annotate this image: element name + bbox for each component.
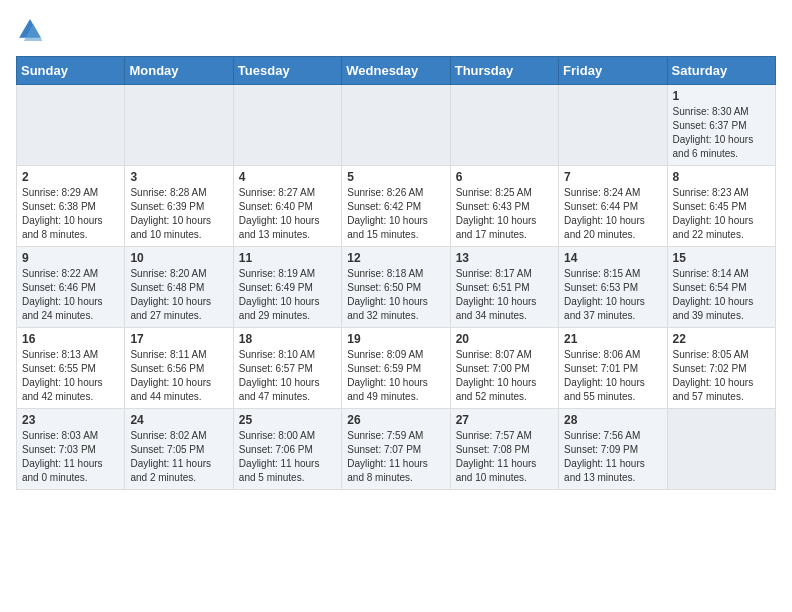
header-monday: Monday [125,57,233,85]
header-thursday: Thursday [450,57,558,85]
calendar-cell: 2Sunrise: 8:29 AM Sunset: 6:38 PM Daylig… [17,166,125,247]
calendar-cell: 11Sunrise: 8:19 AM Sunset: 6:49 PM Dayli… [233,247,341,328]
day-number: 11 [239,251,336,265]
calendar-cell: 22Sunrise: 8:05 AM Sunset: 7:02 PM Dayli… [667,328,775,409]
calendar-cell: 25Sunrise: 8:00 AM Sunset: 7:06 PM Dayli… [233,409,341,490]
day-number: 14 [564,251,661,265]
day-number: 17 [130,332,227,346]
day-number: 8 [673,170,770,184]
header-wednesday: Wednesday [342,57,450,85]
calendar-cell: 5Sunrise: 8:26 AM Sunset: 6:42 PM Daylig… [342,166,450,247]
day-info: Sunrise: 8:23 AM Sunset: 6:45 PM Dayligh… [673,186,770,242]
day-info: Sunrise: 8:07 AM Sunset: 7:00 PM Dayligh… [456,348,553,404]
calendar-cell [342,85,450,166]
calendar-cell: 15Sunrise: 8:14 AM Sunset: 6:54 PM Dayli… [667,247,775,328]
day-info: Sunrise: 7:56 AM Sunset: 7:09 PM Dayligh… [564,429,661,485]
day-info: Sunrise: 8:20 AM Sunset: 6:48 PM Dayligh… [130,267,227,323]
day-info: Sunrise: 8:15 AM Sunset: 6:53 PM Dayligh… [564,267,661,323]
day-number: 10 [130,251,227,265]
day-info: Sunrise: 8:10 AM Sunset: 6:57 PM Dayligh… [239,348,336,404]
calendar-cell: 8Sunrise: 8:23 AM Sunset: 6:45 PM Daylig… [667,166,775,247]
calendar-cell: 12Sunrise: 8:18 AM Sunset: 6:50 PM Dayli… [342,247,450,328]
calendar-cell: 6Sunrise: 8:25 AM Sunset: 6:43 PM Daylig… [450,166,558,247]
calendar-cell: 19Sunrise: 8:09 AM Sunset: 6:59 PM Dayli… [342,328,450,409]
header-saturday: Saturday [667,57,775,85]
day-number: 13 [456,251,553,265]
day-info: Sunrise: 8:02 AM Sunset: 7:05 PM Dayligh… [130,429,227,485]
day-info: Sunrise: 8:17 AM Sunset: 6:51 PM Dayligh… [456,267,553,323]
header-tuesday: Tuesday [233,57,341,85]
day-info: Sunrise: 8:11 AM Sunset: 6:56 PM Dayligh… [130,348,227,404]
calendar-cell [667,409,775,490]
calendar-cell: 27Sunrise: 7:57 AM Sunset: 7:08 PM Dayli… [450,409,558,490]
calendar-cell: 21Sunrise: 8:06 AM Sunset: 7:01 PM Dayli… [559,328,667,409]
day-number: 7 [564,170,661,184]
logo-icon [16,16,44,44]
day-info: Sunrise: 8:26 AM Sunset: 6:42 PM Dayligh… [347,186,444,242]
calendar-cell: 24Sunrise: 8:02 AM Sunset: 7:05 PM Dayli… [125,409,233,490]
day-info: Sunrise: 8:00 AM Sunset: 7:06 PM Dayligh… [239,429,336,485]
calendar: SundayMondayTuesdayWednesdayThursdayFrid… [16,56,776,490]
day-info: Sunrise: 8:30 AM Sunset: 6:37 PM Dayligh… [673,105,770,161]
day-info: Sunrise: 8:06 AM Sunset: 7:01 PM Dayligh… [564,348,661,404]
day-info: Sunrise: 8:19 AM Sunset: 6:49 PM Dayligh… [239,267,336,323]
calendar-cell: 16Sunrise: 8:13 AM Sunset: 6:55 PM Dayli… [17,328,125,409]
day-number: 1 [673,89,770,103]
day-info: Sunrise: 8:18 AM Sunset: 6:50 PM Dayligh… [347,267,444,323]
day-number: 28 [564,413,661,427]
day-number: 19 [347,332,444,346]
day-number: 27 [456,413,553,427]
calendar-cell: 3Sunrise: 8:28 AM Sunset: 6:39 PM Daylig… [125,166,233,247]
header-sunday: Sunday [17,57,125,85]
day-info: Sunrise: 8:27 AM Sunset: 6:40 PM Dayligh… [239,186,336,242]
day-number: 2 [22,170,119,184]
day-info: Sunrise: 8:09 AM Sunset: 6:59 PM Dayligh… [347,348,444,404]
calendar-week-row: 16Sunrise: 8:13 AM Sunset: 6:55 PM Dayli… [17,328,776,409]
day-info: Sunrise: 7:57 AM Sunset: 7:08 PM Dayligh… [456,429,553,485]
calendar-cell [450,85,558,166]
calendar-cell [559,85,667,166]
day-number: 15 [673,251,770,265]
day-info: Sunrise: 8:25 AM Sunset: 6:43 PM Dayligh… [456,186,553,242]
day-number: 25 [239,413,336,427]
day-number: 9 [22,251,119,265]
day-info: Sunrise: 8:28 AM Sunset: 6:39 PM Dayligh… [130,186,227,242]
day-info: Sunrise: 8:05 AM Sunset: 7:02 PM Dayligh… [673,348,770,404]
calendar-cell [17,85,125,166]
calendar-week-row: 23Sunrise: 8:03 AM Sunset: 7:03 PM Dayli… [17,409,776,490]
calendar-week-row: 1Sunrise: 8:30 AM Sunset: 6:37 PM Daylig… [17,85,776,166]
day-number: 21 [564,332,661,346]
calendar-cell: 10Sunrise: 8:20 AM Sunset: 6:48 PM Dayli… [125,247,233,328]
day-number: 18 [239,332,336,346]
calendar-cell: 1Sunrise: 8:30 AM Sunset: 6:37 PM Daylig… [667,85,775,166]
calendar-week-row: 2Sunrise: 8:29 AM Sunset: 6:38 PM Daylig… [17,166,776,247]
day-info: Sunrise: 7:59 AM Sunset: 7:07 PM Dayligh… [347,429,444,485]
header-friday: Friday [559,57,667,85]
day-number: 3 [130,170,227,184]
day-info: Sunrise: 8:24 AM Sunset: 6:44 PM Dayligh… [564,186,661,242]
calendar-cell: 7Sunrise: 8:24 AM Sunset: 6:44 PM Daylig… [559,166,667,247]
day-number: 5 [347,170,444,184]
day-number: 23 [22,413,119,427]
day-number: 22 [673,332,770,346]
calendar-week-row: 9Sunrise: 8:22 AM Sunset: 6:46 PM Daylig… [17,247,776,328]
calendar-cell: 28Sunrise: 7:56 AM Sunset: 7:09 PM Dayli… [559,409,667,490]
calendar-header-row: SundayMondayTuesdayWednesdayThursdayFrid… [17,57,776,85]
day-info: Sunrise: 8:22 AM Sunset: 6:46 PM Dayligh… [22,267,119,323]
header [16,16,776,44]
calendar-cell: 23Sunrise: 8:03 AM Sunset: 7:03 PM Dayli… [17,409,125,490]
day-info: Sunrise: 8:14 AM Sunset: 6:54 PM Dayligh… [673,267,770,323]
day-info: Sunrise: 8:13 AM Sunset: 6:55 PM Dayligh… [22,348,119,404]
calendar-cell: 14Sunrise: 8:15 AM Sunset: 6:53 PM Dayli… [559,247,667,328]
day-number: 16 [22,332,119,346]
calendar-cell: 20Sunrise: 8:07 AM Sunset: 7:00 PM Dayli… [450,328,558,409]
calendar-cell: 26Sunrise: 7:59 AM Sunset: 7:07 PM Dayli… [342,409,450,490]
calendar-cell [125,85,233,166]
calendar-cell: 13Sunrise: 8:17 AM Sunset: 6:51 PM Dayli… [450,247,558,328]
day-info: Sunrise: 8:29 AM Sunset: 6:38 PM Dayligh… [22,186,119,242]
day-number: 20 [456,332,553,346]
calendar-cell: 18Sunrise: 8:10 AM Sunset: 6:57 PM Dayli… [233,328,341,409]
calendar-cell: 17Sunrise: 8:11 AM Sunset: 6:56 PM Dayli… [125,328,233,409]
day-number: 24 [130,413,227,427]
day-number: 4 [239,170,336,184]
